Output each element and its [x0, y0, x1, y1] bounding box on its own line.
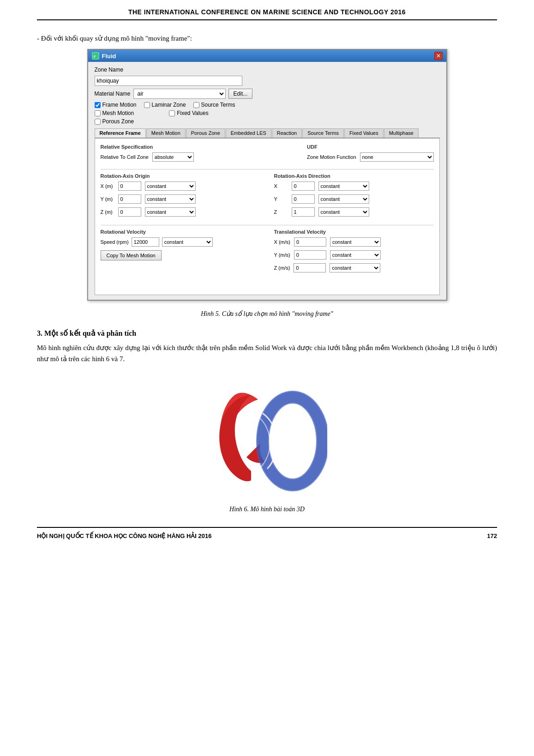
edit-button[interactable]: Edit...	[228, 89, 253, 99]
figure5-caption: Hình 5. Cửa sổ lựa chọn mô hình "moving …	[37, 310, 497, 318]
intro-text: - Đối với khối quay sử dụng mô hình "mov…	[37, 34, 497, 42]
trans-x-select[interactable]: constant	[330, 237, 381, 247]
footer-page-number: 172	[487, 532, 497, 539]
trans-x-label: X (m/s)	[274, 239, 290, 245]
dir-x-select[interactable]: constant	[318, 181, 369, 191]
origin-x-label: X (m)	[101, 183, 114, 189]
model-3d-svg	[207, 372, 327, 501]
zone-name-label: Zone Name	[95, 67, 124, 73]
mesh-motion-checkbox[interactable]	[95, 110, 101, 116]
translational-velocity-label: Translational Velocity	[274, 229, 434, 235]
trans-y-label: Y (m/s)	[274, 252, 290, 258]
dir-y-row: Y constant	[274, 194, 434, 204]
speed-input[interactable]	[132, 237, 159, 247]
figure6-caption: Hình 6. Mô hình bài toán 3D	[37, 506, 497, 513]
zone-name-input-row	[95, 76, 440, 86]
page-footer: HỘI NGHỊ QUỐC TẾ KHOA HỌC CÔNG NGHỆ HÀNG…	[37, 527, 497, 539]
dir-y-select[interactable]: constant	[318, 194, 369, 204]
fixed-values-checkbox[interactable]	[169, 110, 175, 116]
tab-reference-frame[interactable]: Reference Frame	[95, 128, 146, 138]
fixed-values-checkbox-item: Fixed Values	[169, 110, 208, 116]
tab-mesh-motion[interactable]: Mesh Motion	[146, 128, 186, 138]
udf-section: UDF Zone Motion Function none	[307, 144, 433, 162]
origin-x-row: X (m) constant	[101, 181, 260, 191]
velocity-row: Rotational Velocity Speed (rpm) constant…	[101, 229, 434, 276]
porous-zone-label: Porous Zone	[102, 118, 134, 125]
origin-y-select[interactable]: constant	[145, 194, 196, 204]
mesh-motion-checkbox-item: Mesh Motion	[95, 110, 134, 116]
porous-zone-checkbox[interactable]	[95, 119, 101, 125]
zone-motion-function-select[interactable]: none	[360, 152, 434, 162]
copy-btn-row: Copy To Mesh Motion	[101, 250, 260, 260]
speed-label: Speed (rpm)	[101, 239, 129, 245]
speed-type-select[interactable]: constant	[162, 237, 213, 247]
direction-col: Rotation-Axis Direction X constant	[274, 173, 434, 220]
dir-y-label: Y	[274, 196, 288, 202]
dir-z-input[interactable]	[292, 207, 315, 217]
dir-x-row: X constant	[274, 181, 434, 191]
material-name-select[interactable]: air	[133, 89, 226, 99]
frame-motion-checkbox-item: Frame Motion	[95, 102, 137, 108]
relative-spec-section: Relative Specification Relative To Cell …	[101, 144, 194, 165]
trans-y-input[interactable]	[294, 250, 326, 260]
fluid-dialog: F Fluid ✕ Zone Name Material Name	[87, 49, 447, 301]
relative-spec-label: Relative Specification	[101, 144, 194, 150]
divider-2	[101, 225, 434, 225]
tab-multiphase[interactable]: Multiphase	[384, 128, 419, 138]
laminar-zone-checkbox[interactable]	[144, 102, 150, 108]
copy-to-mesh-motion-button[interactable]: Copy To Mesh Motion	[101, 250, 162, 260]
frame-motion-checkbox[interactable]	[95, 102, 101, 108]
zone-name-input[interactable]	[95, 76, 242, 86]
speed-row: Speed (rpm) constant	[101, 237, 260, 247]
dialog-close-button[interactable]: ✕	[434, 52, 443, 60]
tab-porous-zone[interactable]: Porous Zone	[186, 128, 225, 138]
trans-x-row: X (m/s) constant	[274, 237, 434, 247]
trans-x-input[interactable]	[294, 237, 326, 247]
tab-source-terms[interactable]: Source Terms	[302, 128, 344, 138]
model-3d-figure	[207, 372, 327, 501]
origin-col: Rotation-Axis Origin X (m) constant	[101, 173, 260, 220]
footer-left-text: HỘI NGHỊ QUỐC TẾ KHOA HỌC CÔNG NGHỆ HÀNG…	[37, 532, 212, 539]
relative-to-cell-zone-select[interactable]: absolute	[152, 152, 194, 162]
section-3: 3. Một số kết quả và phân tích Mô hình n…	[37, 329, 497, 364]
rotational-col: Rotational Velocity Speed (rpm) constant…	[101, 229, 260, 276]
origin-z-select[interactable]: constant	[145, 207, 196, 217]
trans-z-label: Z (m/s)	[274, 265, 290, 271]
dialog-wrapper: F Fluid ✕ Zone Name Material Name	[87, 49, 447, 301]
header-title: THE INTERNATIONAL CONFERENCE ON MARINE S…	[37, 8, 497, 16]
figure6-container	[37, 372, 497, 501]
dir-z-row: Z constant	[274, 207, 434, 217]
trans-y-select[interactable]: constant	[330, 250, 381, 260]
checkbox-row-1: Frame Motion Laminar Zone Source Terms	[95, 102, 440, 108]
dialog-body: Zone Name Material Name air Edit...	[88, 62, 446, 300]
origin-x-input[interactable]	[118, 181, 141, 191]
dir-z-select[interactable]: constant	[318, 207, 369, 217]
frame-motion-label: Frame Motion	[102, 102, 137, 108]
origin-y-input[interactable]	[118, 194, 141, 204]
origin-z-input[interactable]	[118, 207, 141, 217]
origin-x-select[interactable]: constant	[145, 181, 196, 191]
svg-text:F: F	[94, 54, 96, 59]
fixed-values-label: Fixed Values	[177, 110, 208, 116]
dir-y-input[interactable]	[292, 194, 315, 204]
source-terms-checkbox[interactable]	[193, 102, 199, 108]
relative-to-cell-zone-label: Relative To Cell Zone	[101, 154, 149, 160]
checkbox-row-3: Porous Zone	[95, 118, 440, 125]
trans-z-input[interactable]	[294, 263, 326, 272]
page: THE INTERNATIONAL CONFERENCE ON MARINE S…	[0, 0, 534, 756]
dialog-titlebar: F Fluid ✕	[88, 50, 446, 62]
origin-z-row: Z (m) constant	[101, 207, 260, 217]
tab-embedded-les[interactable]: Embedded LES	[226, 128, 271, 138]
tab-reaction[interactable]: Reaction	[272, 128, 302, 138]
mesh-motion-label: Mesh Motion	[102, 110, 134, 116]
dir-x-label: X	[274, 183, 288, 189]
section3-heading: 3. Một số kết quả và phân tích	[37, 329, 497, 338]
tab-fixed-values[interactable]: Fixed Values	[344, 128, 384, 138]
laminar-zone-label: Laminar Zone	[152, 102, 186, 108]
trans-z-row: Z (m/s) constant	[274, 263, 434, 272]
section3-body: Mô hình nghiên cứu được xây dựng lại với…	[37, 342, 497, 364]
trans-z-select[interactable]: constant	[330, 263, 380, 272]
dir-x-input[interactable]	[292, 181, 315, 191]
titlebar-left: F Fluid	[92, 52, 116, 60]
origin-y-row: Y (m) constant	[101, 194, 260, 204]
